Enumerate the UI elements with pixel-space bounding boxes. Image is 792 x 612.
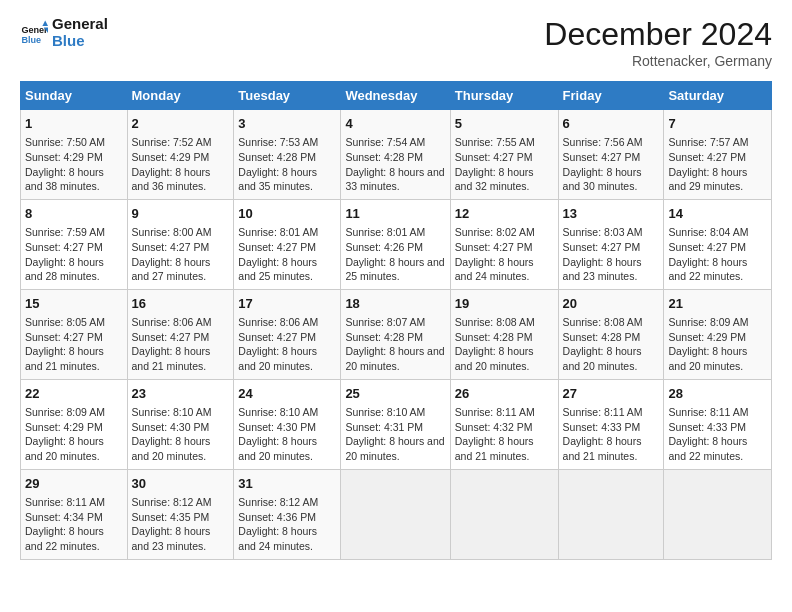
day-number: 10	[238, 205, 336, 223]
day-number: 16	[132, 295, 230, 313]
sunrise: Sunrise: 7:56 AM	[563, 136, 643, 148]
calendar-cell	[664, 469, 772, 559]
sunrise: Sunrise: 8:06 AM	[238, 316, 318, 328]
day-number: 5	[455, 115, 554, 133]
sunset: Sunset: 4:27 PM	[455, 151, 533, 163]
day-number: 27	[563, 385, 660, 403]
sunset: Sunset: 4:27 PM	[25, 331, 103, 343]
day-number: 9	[132, 205, 230, 223]
sunrise: Sunrise: 8:03 AM	[563, 226, 643, 238]
calendar-cell: 19Sunrise: 8:08 AMSunset: 4:28 PMDayligh…	[450, 289, 558, 379]
calendar-cell: 14Sunrise: 8:04 AMSunset: 4:27 PMDayligh…	[664, 199, 772, 289]
header-wednesday: Wednesday	[341, 82, 450, 110]
sunset: Sunset: 4:27 PM	[563, 151, 641, 163]
sunset: Sunset: 4:27 PM	[563, 241, 641, 253]
page-header: General Blue General Blue December 2024 …	[20, 16, 772, 69]
sunrise: Sunrise: 8:10 AM	[238, 406, 318, 418]
sunset: Sunset: 4:32 PM	[455, 421, 533, 433]
day-number: 30	[132, 475, 230, 493]
sunset: Sunset: 4:27 PM	[132, 331, 210, 343]
calendar-cell: 28Sunrise: 8:11 AMSunset: 4:33 PMDayligh…	[664, 379, 772, 469]
calendar-cell: 11Sunrise: 8:01 AMSunset: 4:26 PMDayligh…	[341, 199, 450, 289]
daylight-hours: Daylight: 8 hours and 21 minutes.	[563, 435, 642, 462]
day-number: 3	[238, 115, 336, 133]
day-number: 17	[238, 295, 336, 313]
sunrise: Sunrise: 8:06 AM	[132, 316, 212, 328]
day-number: 23	[132, 385, 230, 403]
daylight-hours: Daylight: 8 hours and 20 minutes.	[668, 345, 747, 372]
daylight-hours: Daylight: 8 hours and 20 minutes.	[345, 435, 444, 462]
location: Rottenacker, Germany	[544, 53, 772, 69]
sunset: Sunset: 4:28 PM	[563, 331, 641, 343]
day-number: 31	[238, 475, 336, 493]
calendar-table: SundayMondayTuesdayWednesdayThursdayFrid…	[20, 81, 772, 560]
daylight-hours: Daylight: 8 hours and 30 minutes.	[563, 166, 642, 193]
sunrise: Sunrise: 8:11 AM	[455, 406, 535, 418]
daylight-hours: Daylight: 8 hours and 23 minutes.	[132, 525, 211, 552]
calendar-cell: 20Sunrise: 8:08 AMSunset: 4:28 PMDayligh…	[558, 289, 664, 379]
sunset: Sunset: 4:34 PM	[25, 511, 103, 523]
sunset: Sunset: 4:35 PM	[132, 511, 210, 523]
daylight-hours: Daylight: 8 hours and 22 minutes.	[25, 525, 104, 552]
calendar-cell	[341, 469, 450, 559]
week-row-3: 15Sunrise: 8:05 AMSunset: 4:27 PMDayligh…	[21, 289, 772, 379]
calendar-cell	[558, 469, 664, 559]
calendar-cell: 22Sunrise: 8:09 AMSunset: 4:29 PMDayligh…	[21, 379, 128, 469]
day-number: 13	[563, 205, 660, 223]
calendar-header-row: SundayMondayTuesdayWednesdayThursdayFrid…	[21, 82, 772, 110]
week-row-4: 22Sunrise: 8:09 AMSunset: 4:29 PMDayligh…	[21, 379, 772, 469]
day-number: 25	[345, 385, 445, 403]
header-friday: Friday	[558, 82, 664, 110]
sunrise: Sunrise: 8:11 AM	[563, 406, 643, 418]
calendar-cell: 6Sunrise: 7:56 AMSunset: 4:27 PMDaylight…	[558, 110, 664, 200]
day-number: 7	[668, 115, 767, 133]
daylight-hours: Daylight: 8 hours and 20 minutes.	[563, 345, 642, 372]
daylight-hours: Daylight: 8 hours and 28 minutes.	[25, 256, 104, 283]
calendar-cell: 10Sunrise: 8:01 AMSunset: 4:27 PMDayligh…	[234, 199, 341, 289]
calendar-cell: 4Sunrise: 7:54 AMSunset: 4:28 PMDaylight…	[341, 110, 450, 200]
sunset: Sunset: 4:30 PM	[238, 421, 316, 433]
sunrise: Sunrise: 7:53 AM	[238, 136, 318, 148]
day-number: 29	[25, 475, 123, 493]
calendar-cell: 23Sunrise: 8:10 AMSunset: 4:30 PMDayligh…	[127, 379, 234, 469]
sunrise: Sunrise: 8:10 AM	[132, 406, 212, 418]
daylight-hours: Daylight: 8 hours and 38 minutes.	[25, 166, 104, 193]
day-number: 22	[25, 385, 123, 403]
daylight-hours: Daylight: 8 hours and 25 minutes.	[238, 256, 317, 283]
sunrise: Sunrise: 8:01 AM	[238, 226, 318, 238]
calendar-cell: 27Sunrise: 8:11 AMSunset: 4:33 PMDayligh…	[558, 379, 664, 469]
sunrise: Sunrise: 8:10 AM	[345, 406, 425, 418]
sunset: Sunset: 4:30 PM	[132, 421, 210, 433]
sunset: Sunset: 4:27 PM	[238, 331, 316, 343]
day-number: 8	[25, 205, 123, 223]
calendar-cell: 31Sunrise: 8:12 AMSunset: 4:36 PMDayligh…	[234, 469, 341, 559]
sunset: Sunset: 4:28 PM	[455, 331, 533, 343]
day-number: 18	[345, 295, 445, 313]
sunset: Sunset: 4:28 PM	[345, 331, 423, 343]
sunrise: Sunrise: 7:54 AM	[345, 136, 425, 148]
sunset: Sunset: 4:29 PM	[132, 151, 210, 163]
sunrise: Sunrise: 7:50 AM	[25, 136, 105, 148]
sunrise: Sunrise: 8:00 AM	[132, 226, 212, 238]
sunrise: Sunrise: 7:59 AM	[25, 226, 105, 238]
day-number: 15	[25, 295, 123, 313]
sunrise: Sunrise: 8:11 AM	[668, 406, 748, 418]
sunset: Sunset: 4:27 PM	[668, 151, 746, 163]
daylight-hours: Daylight: 8 hours and 35 minutes.	[238, 166, 317, 193]
svg-text:Blue: Blue	[21, 34, 41, 44]
sunrise: Sunrise: 7:52 AM	[132, 136, 212, 148]
calendar-cell: 21Sunrise: 8:09 AMSunset: 4:29 PMDayligh…	[664, 289, 772, 379]
calendar-cell: 24Sunrise: 8:10 AMSunset: 4:30 PMDayligh…	[234, 379, 341, 469]
calendar-cell: 12Sunrise: 8:02 AMSunset: 4:27 PMDayligh…	[450, 199, 558, 289]
day-number: 6	[563, 115, 660, 133]
daylight-hours: Daylight: 8 hours and 22 minutes.	[668, 435, 747, 462]
sunrise: Sunrise: 7:57 AM	[668, 136, 748, 148]
sunset: Sunset: 4:29 PM	[25, 151, 103, 163]
sunrise: Sunrise: 8:04 AM	[668, 226, 748, 238]
day-number: 19	[455, 295, 554, 313]
day-number: 4	[345, 115, 445, 133]
sunset: Sunset: 4:26 PM	[345, 241, 423, 253]
day-number: 11	[345, 205, 445, 223]
calendar-cell: 16Sunrise: 8:06 AMSunset: 4:27 PMDayligh…	[127, 289, 234, 379]
calendar-cell: 25Sunrise: 8:10 AMSunset: 4:31 PMDayligh…	[341, 379, 450, 469]
